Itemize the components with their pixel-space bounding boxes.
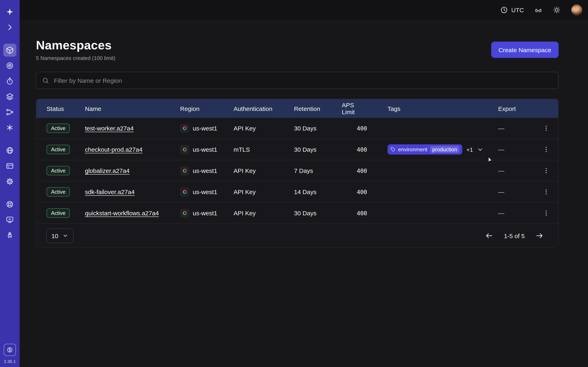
sidebar-item-support[interactable] (3, 198, 16, 211)
kebab-icon (543, 125, 549, 132)
theme-toggle-button[interactable] (553, 6, 561, 14)
prev-page-button[interactable] (485, 232, 493, 240)
retention-value: 14 Days (294, 188, 342, 195)
namespaces-table: Status Name Region Authentication Retent… (36, 99, 559, 248)
export-value: — (498, 146, 539, 153)
branch-icon (6, 108, 14, 116)
filter-input[interactable] (53, 76, 553, 84)
row-actions-button[interactable] (539, 164, 553, 177)
status-badge: Active (47, 145, 70, 154)
create-namespace-button[interactable]: Create Namespace (491, 42, 559, 58)
namespace-link[interactable]: globalizer.a27a4 (85, 167, 130, 174)
labs-mode-button[interactable] (535, 6, 542, 14)
gcp-logo-icon (180, 166, 189, 175)
sidebar: 2.35.1 (0, 0, 20, 367)
sidebar-item-billing[interactable] (3, 159, 16, 173)
sidebar-item-settings[interactable] (3, 175, 16, 188)
namespace-link[interactable]: sdk-failover.a27a4 (85, 188, 135, 195)
table-row: Active checkout-prod.a27a4 us-west1 mTLS… (36, 139, 558, 160)
gear-icon (6, 177, 14, 185)
col-name: Name (85, 105, 180, 112)
export-value: — (498, 167, 539, 174)
rocket-icon (6, 231, 14, 239)
tag-chip[interactable]: environment production (388, 144, 462, 155)
gcp-logo-icon (180, 209, 189, 217)
next-page-button[interactable] (535, 232, 544, 240)
timezone-selector[interactable]: UTC (500, 6, 524, 14)
sidebar-item-docs[interactable] (3, 213, 16, 226)
usage-cost-button[interactable] (4, 344, 16, 356)
retention-value: 30 Days (294, 146, 342, 153)
col-export: Export (498, 105, 539, 112)
status-badge: Active (47, 187, 70, 197)
aps-limit-value: 400 (342, 189, 388, 195)
row-actions-button[interactable] (539, 207, 553, 220)
topbar: UTC (20, 0, 588, 20)
sidebar-collapse-button[interactable] (3, 21, 16, 34)
table-row: Active quickstart-workflows.a27a4 us-wes… (36, 203, 558, 224)
export-value: — (498, 210, 539, 217)
app-version: 2.35.1 (4, 359, 16, 364)
aps-limit-value: 400 (342, 210, 388, 216)
glasses-icon (535, 6, 542, 14)
namespace-link[interactable]: quickstart-workflows.a27a4 (85, 210, 159, 217)
retention-value: 30 Days (294, 210, 342, 217)
sidebar-item-deployments[interactable] (3, 90, 16, 103)
namespaces-cube-icon (6, 46, 14, 54)
region-label: us-west1 (193, 167, 217, 174)
aps-limit-value: 400 (342, 167, 388, 174)
namespace-link[interactable]: checkout-prod.a27a4 (85, 146, 143, 153)
sidebar-item-batch-operations[interactable] (3, 106, 16, 119)
sidebar-item-nexus[interactable] (3, 121, 16, 134)
row-actions-button[interactable] (539, 143, 553, 156)
retention-value: 7 Days (294, 167, 342, 174)
sidebar-item-usage[interactable] (3, 144, 16, 157)
namespace-count: 5 Namespaces created (100 limit) (36, 55, 115, 61)
page-size-select[interactable]: 10 (46, 228, 73, 243)
tags-more-count: +1 (467, 146, 473, 153)
timezone-label: UTC (511, 6, 524, 13)
tags-expand-button[interactable] (477, 146, 484, 153)
dollar-icon (7, 346, 13, 354)
table-footer: 10 1-5 of 5 (36, 224, 558, 248)
region-label: us-west1 (193, 188, 217, 195)
region-label: us-west1 (193, 125, 217, 132)
retention-value: 30 Days (294, 125, 342, 132)
sidebar-item-workflows[interactable] (3, 59, 16, 72)
namespace-link[interactable]: test-worker.a27a4 (85, 125, 134, 132)
export-value: — (498, 125, 539, 132)
arrow-left-icon (485, 232, 493, 240)
col-tags: Tags (388, 105, 498, 112)
gcp-logo-icon (180, 145, 189, 154)
sidebar-item-namespaces[interactable] (3, 44, 16, 57)
gcp-logo-icon (180, 187, 189, 196)
app-window: 2.35.1 UTC Namespaces 5 Namespaces creat… (0, 0, 588, 367)
gcp-logo-icon (180, 124, 189, 133)
layers-icon (6, 92, 14, 101)
temporal-logo-icon[interactable] (3, 5, 16, 18)
clock-icon (500, 6, 508, 14)
row-actions-button[interactable] (539, 185, 553, 198)
sidebar-item-getting-started[interactable] (3, 229, 16, 242)
user-avatar[interactable] (571, 4, 582, 15)
tag-value: production (430, 146, 459, 153)
aps-limit-value: 400 (342, 125, 388, 132)
auth-value: API Key (233, 167, 294, 174)
credit-card-icon (6, 162, 14, 170)
page-size-value: 10 (52, 232, 58, 239)
kebab-icon (543, 167, 549, 174)
row-actions-button[interactable] (539, 122, 553, 135)
export-value: — (498, 188, 539, 195)
lifebuoy-icon (6, 200, 14, 208)
main-content: Namespaces 5 Namespaces created (100 lim… (20, 20, 588, 367)
auth-value: API Key (233, 210, 294, 217)
concentric-circles-icon (6, 62, 14, 70)
tag-icon (390, 147, 396, 152)
col-status: Status (47, 105, 85, 112)
timer-icon (6, 77, 14, 85)
globe-icon (6, 146, 14, 155)
auth-value: API Key (233, 188, 294, 195)
col-authentication: Authentication (233, 105, 294, 112)
sidebar-item-schedules[interactable] (3, 75, 16, 88)
tag-key: environment (398, 146, 427, 152)
